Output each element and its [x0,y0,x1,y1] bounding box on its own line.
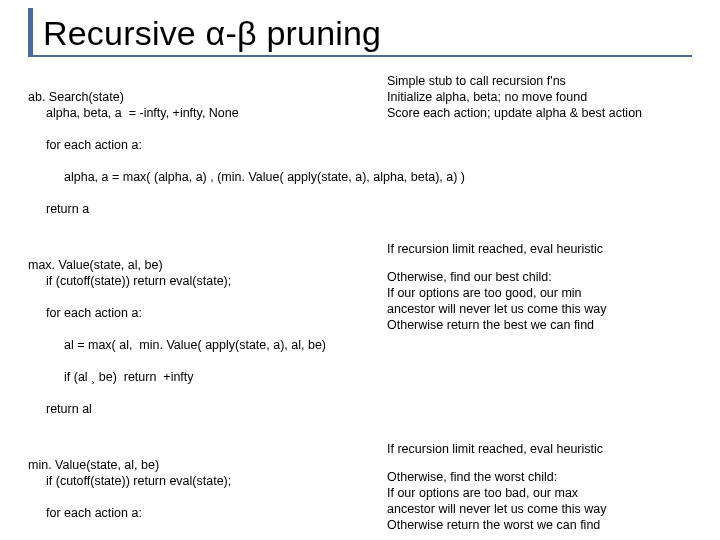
note-line: If our options are too good, our min [387,285,692,301]
minvalue-notes: If recursion limit reached, eval heurist… [379,441,692,533]
code-line: al = max( al, min. Value( apply(state, a… [28,337,692,353]
slide: Recursive α-β pruning Simple stub to cal… [0,0,720,540]
note-line: Simple stub to call recursion f'ns [387,73,692,89]
code-line: min. Value(state, al, be) [28,458,159,472]
note-spacer [387,257,692,269]
note-line: If our options are too bad, our max [387,485,692,501]
note-line: Otherwise, find the worst child: [387,469,692,485]
absearch-notes: Simple stub to call recursion f'ns Initi… [379,73,692,121]
code-line: return al [28,401,692,417]
title-container: Recursive α-β pruning [28,8,692,57]
note-line: Otherwise, find our best child: [387,269,692,285]
slide-title: Recursive α-β pruning [43,14,692,53]
maxvalue-block: If recursion limit reached, eval heurist… [28,241,692,417]
note-line: ancestor will never let us come this way [387,301,692,317]
code-line: if (al ¸ be) return +infty [28,369,692,385]
note-line: If recursion limit reached, eval heurist… [387,441,692,457]
note-line: If recursion limit reached, eval heurist… [387,241,692,257]
code-line: max. Value(state, al, be) [28,258,163,272]
code-line: for each action a: [28,137,692,153]
note-line: Otherwise return the worst we can find [387,517,692,533]
code-line: return a [28,201,692,217]
code-line: alpha, a = max( (alpha, a) , (min. Value… [28,169,692,185]
note-line: ancestor will never let us come this way [387,501,692,517]
minvalue-block: If recursion limit reached, eval heurist… [28,441,692,540]
code-line: ab. Search(state) [28,90,124,104]
note-line: Score each action; update alpha & best a… [387,105,692,121]
note-spacer [387,457,692,469]
slide-body: Simple stub to call recursion f'ns Initi… [28,73,692,540]
note-line: Initialize alpha, beta; no move found [387,89,692,105]
maxvalue-notes: If recursion limit reached, eval heurist… [379,241,692,333]
absearch-block: Simple stub to call recursion f'ns Initi… [28,73,692,217]
note-line: Otherwise return the best we can find [387,317,692,333]
